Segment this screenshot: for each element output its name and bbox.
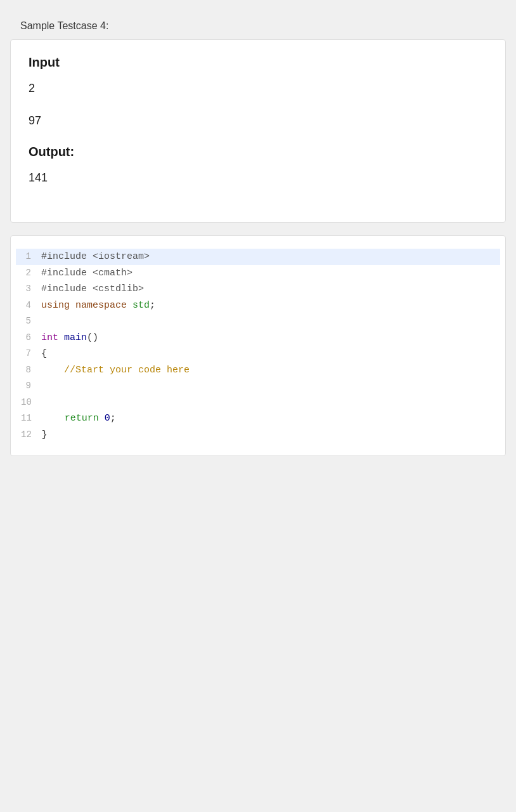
code-line-4: 4 using namespace std; bbox=[21, 298, 495, 314]
line-content-3: #include <cstdlib> bbox=[41, 281, 144, 298]
input-label: Input bbox=[29, 55, 487, 70]
output-label: Output: bbox=[29, 145, 487, 159]
line-number-8: 8 bbox=[21, 363, 41, 378]
line-content-5 bbox=[41, 313, 47, 330]
input-value-2: 97 bbox=[29, 112, 487, 129]
code-line-11: 11 return 0; bbox=[21, 410, 495, 427]
code-line-3: 3 #include <cstdlib> bbox=[21, 281, 495, 298]
line-content-4: using namespace std; bbox=[41, 298, 155, 314]
code-line-1: 1 #include <iostream> bbox=[16, 249, 500, 265]
line-content-1: #include <iostream> bbox=[41, 249, 150, 265]
line-number-2: 2 bbox=[21, 266, 41, 281]
code-line-5: 5 bbox=[21, 313, 495, 330]
line-number-4: 4 bbox=[21, 298, 41, 313]
line-content-8: //Start your code here bbox=[41, 362, 190, 379]
line-content-2: #include <cmath> bbox=[41, 265, 132, 282]
code-block: 1 #include <iostream> 2 #include <cmath>… bbox=[21, 249, 495, 443]
line-content-11: return 0; bbox=[42, 410, 116, 427]
line-number-1: 1 bbox=[21, 249, 41, 265]
line-number-6: 6 bbox=[21, 331, 41, 346]
line-number-9: 9 bbox=[21, 379, 41, 394]
line-number-5: 5 bbox=[21, 314, 41, 329]
line-content-12: } bbox=[42, 427, 48, 443]
testcase-header: Sample Testcase 4: bbox=[10, 13, 506, 39]
code-line-6: 6 int main() bbox=[21, 330, 495, 346]
code-card: 1 #include <iostream> 2 #include <cmath>… bbox=[10, 235, 506, 456]
code-line-2: 2 #include <cmath> bbox=[21, 265, 495, 282]
line-content-10 bbox=[42, 395, 48, 411]
line-number-3: 3 bbox=[21, 282, 41, 297]
line-number-11: 11 bbox=[21, 411, 42, 426]
line-number-10: 10 bbox=[21, 395, 42, 410]
line-content-7: { bbox=[41, 346, 47, 362]
code-line-12: 12 } bbox=[21, 427, 495, 443]
code-line-8: 8 //Start your code here bbox=[21, 362, 495, 379]
code-line-7: 7 { bbox=[21, 346, 495, 362]
line-number-7: 7 bbox=[21, 346, 41, 362]
code-line-9: 9 bbox=[21, 378, 495, 395]
line-content-6: int main() bbox=[41, 330, 98, 346]
output-value: 141 bbox=[29, 169, 487, 187]
line-number-12: 12 bbox=[21, 428, 42, 443]
testcase-card: Input 2 97 Output: 141 bbox=[10, 39, 506, 223]
code-line-10: 10 bbox=[21, 395, 495, 411]
input-value-1: 2 bbox=[29, 80, 487, 97]
line-content-9 bbox=[41, 378, 47, 395]
